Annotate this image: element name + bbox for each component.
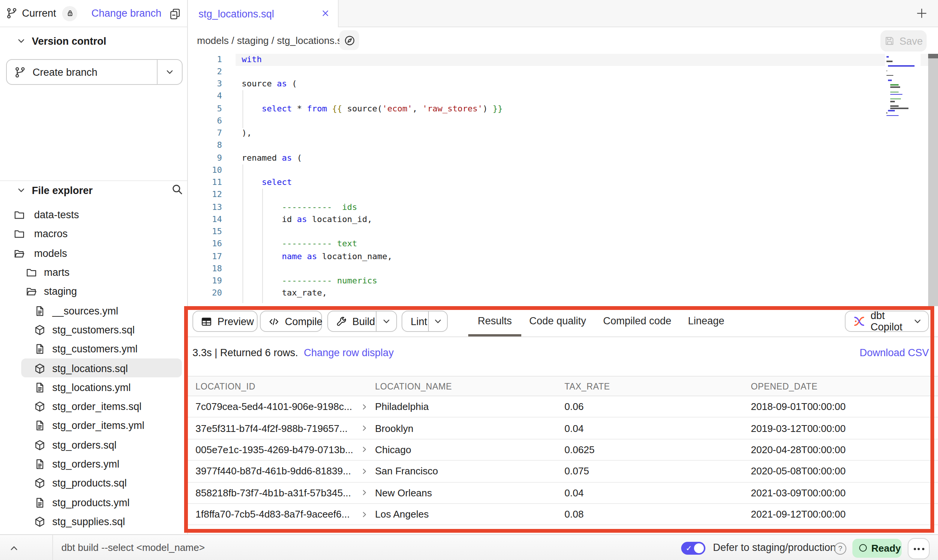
- status-label: Ready: [871, 542, 901, 554]
- table-row[interactable]: 005e7e1c-1935-4269-b479-0713b...Chicago0…: [188, 440, 938, 461]
- line-number: 17: [188, 250, 222, 263]
- file-item-stg-orders-sql[interactable]: stg_orders.sql: [0, 435, 187, 455]
- table-row[interactable]: 7c079cea-5ed4-4101-906e-9198c...Philadel…: [188, 396, 938, 418]
- expand-row-chevron-icon[interactable]: [361, 510, 368, 518]
- file-item-macros[interactable]: macros: [0, 225, 187, 244]
- lint-button[interactable]: Lint: [402, 311, 448, 332]
- code-editor[interactable]: 1234567891011121314151617181920 withsour…: [188, 54, 938, 306]
- line-number: 5: [188, 103, 222, 115]
- cell-location_id: 3977f440-b87d-461b-9dd6-81839...: [188, 466, 375, 477]
- help-icon[interactable]: ?: [834, 542, 846, 554]
- file-item-stg-customers-sql[interactable]: stg_customers.sql: [0, 321, 187, 340]
- file-item-label: models: [34, 247, 67, 259]
- file-item-stg-supplies-sql[interactable]: stg_supplies.sql: [0, 512, 187, 532]
- editor-scrollbar[interactable]: [928, 54, 938, 306]
- file-item-stg-customers-yml[interactable]: stg_customers.yml: [0, 339, 187, 359]
- cell-tax_rate: 0.04: [564, 422, 751, 434]
- create-branch-dropdown[interactable]: [158, 67, 182, 77]
- file-item--sources-yml[interactable]: __sources.yml: [0, 301, 187, 321]
- more-options-button[interactable]: [908, 538, 930, 559]
- tab-stg-locations-sql[interactable]: stg_locations.sql: [188, 0, 339, 27]
- version-control-header[interactable]: Version control: [11, 34, 177, 48]
- results-table-body: 7c079cea-5ed4-4101-906e-9198c...Philadel…: [188, 396, 938, 526]
- chevron-down-icon: [17, 186, 26, 195]
- model-icon: [34, 516, 45, 527]
- file-item-label: stg_orders.sql: [52, 439, 117, 451]
- line-number: 1: [188, 54, 222, 66]
- file-item-stg-locations-yml[interactable]: stg_locations.yml: [0, 378, 187, 397]
- file-item-stg-products-sql[interactable]: stg_products.sql: [0, 474, 187, 493]
- line-number: 12: [188, 189, 222, 202]
- expand-row-chevron-icon[interactable]: [361, 403, 368, 410]
- table-row[interactable]: 858218fb-73f7-4b1b-a31f-57b345...New Orl…: [188, 482, 938, 504]
- expand-row-chevron-icon[interactable]: [361, 446, 368, 454]
- search-icon[interactable]: [171, 183, 183, 196]
- dbt-ide-app: Current Change branch Version control Cr…: [0, 0, 938, 560]
- cell-location_id: 37e5f311-b7f4-4f2f-988b-719657...: [188, 422, 375, 434]
- save-button[interactable]: Save: [880, 30, 927, 52]
- expand-row-chevron-icon[interactable]: [361, 424, 368, 432]
- build-dropdown[interactable]: [377, 317, 396, 326]
- chevron-down-icon: [17, 36, 26, 45]
- command-input[interactable]: dbt build --select <model_name>: [61, 542, 205, 553]
- build-button[interactable]: Build: [327, 311, 397, 332]
- new-tab-button[interactable]: [916, 8, 927, 19]
- change-branch-link[interactable]: Change branch: [91, 8, 161, 19]
- file-item-label: stg_products.sql: [52, 478, 127, 489]
- chevron-down-icon: [433, 317, 442, 326]
- line-number: 6: [188, 115, 222, 128]
- file-item-stg-products-yml[interactable]: stg_products.yml: [0, 493, 187, 512]
- file-item-label: stg_locations.yml: [52, 382, 131, 393]
- code-line-7: ),: [242, 127, 252, 140]
- cell-location_id: 858218fb-73f7-4b1b-a31f-57b345...: [188, 487, 375, 499]
- cell-location_id: 1f8ffa70-7cb5-4d83-8a7f-9aceef6...: [188, 508, 375, 520]
- file-item-label: marts: [44, 267, 70, 278]
- lint-dropdown[interactable]: [429, 317, 447, 326]
- panel-tab-results[interactable]: Results: [478, 306, 512, 335]
- table-row[interactable]: 37e5f311-b7f4-4f2f-988b-719657...Brookly…: [188, 418, 938, 440]
- file-item-stg-order-items-yml[interactable]: stg_order_items.yml: [0, 416, 187, 436]
- section-divider: [0, 180, 187, 181]
- panel-tab-code-quality[interactable]: Code quality: [529, 306, 586, 335]
- scrollbar-thumb[interactable]: [928, 54, 938, 58]
- table-row[interactable]: 1f8ffa70-7cb5-4d83-8a7f-9aceef6...Los An…: [188, 504, 938, 526]
- chevron-up-icon[interactable]: [9, 543, 19, 553]
- bottom-bar: dbt build --select <model_name> ✓ Defer …: [0, 534, 938, 560]
- navigate-button[interactable]: [339, 30, 359, 50]
- status-circle-icon: [859, 544, 867, 552]
- create-branch-button[interactable]: Create branch: [6, 59, 183, 85]
- file-item-data-tests[interactable]: data-tests: [0, 205, 187, 225]
- close-icon[interactable]: [321, 9, 330, 17]
- panel-tab-compiled-code[interactable]: Compiled code: [603, 306, 671, 335]
- file-item-staging[interactable]: staging: [0, 282, 187, 301]
- compile-button[interactable]: Compile: [260, 311, 322, 332]
- change-row-display-link[interactable]: Change row display: [304, 347, 394, 358]
- file-explorer-header[interactable]: File explorer: [11, 183, 162, 197]
- model-icon: [34, 401, 45, 412]
- copy-branch-icon[interactable]: [169, 7, 181, 19]
- dbt-copilot-icon: [853, 315, 865, 327]
- file-item-label: stg_locations.sql: [52, 363, 128, 374]
- file-icon: [34, 382, 45, 393]
- file-item-label: data-tests: [34, 209, 79, 221]
- cell-opened_date: 2020-05-08T00:00:00: [751, 466, 938, 477]
- file-item-label: stg_customers.yml: [52, 343, 138, 355]
- dbt-copilot-button[interactable]: dbt Copilot: [845, 311, 929, 332]
- preview-button[interactable]: Preview: [192, 311, 258, 332]
- file-item-marts[interactable]: marts: [0, 263, 187, 282]
- expand-row-chevron-icon[interactable]: [361, 489, 368, 497]
- minimap[interactable]: [885, 54, 921, 160]
- download-csv-link[interactable]: Download CSV: [860, 347, 929, 358]
- cell-opened_date: 2021-09-12T00:00:00: [751, 508, 938, 520]
- results-table: LOCATION_IDLOCATION_NAMETAX_RATEOPENED_D…: [188, 376, 938, 526]
- file-item-label: stg_supplies.sql: [52, 516, 125, 527]
- expand-row-chevron-icon[interactable]: [361, 468, 368, 475]
- table-row[interactable]: 3977f440-b87d-461b-9dd6-81839...San Fran…: [188, 461, 938, 482]
- defer-toggle[interactable]: ✓: [681, 541, 705, 554]
- file-item-stg-locations-sql[interactable]: stg_locations.sql: [0, 359, 187, 378]
- file-item-stg-order-items-sql[interactable]: stg_order_items.sql: [0, 397, 187, 416]
- code-line-3: source as (: [242, 78, 297, 91]
- file-item-models[interactable]: models: [0, 244, 187, 263]
- file-item-stg-orders-yml[interactable]: stg_orders.yml: [0, 455, 187, 474]
- panel-tab-lineage[interactable]: Lineage: [688, 306, 724, 335]
